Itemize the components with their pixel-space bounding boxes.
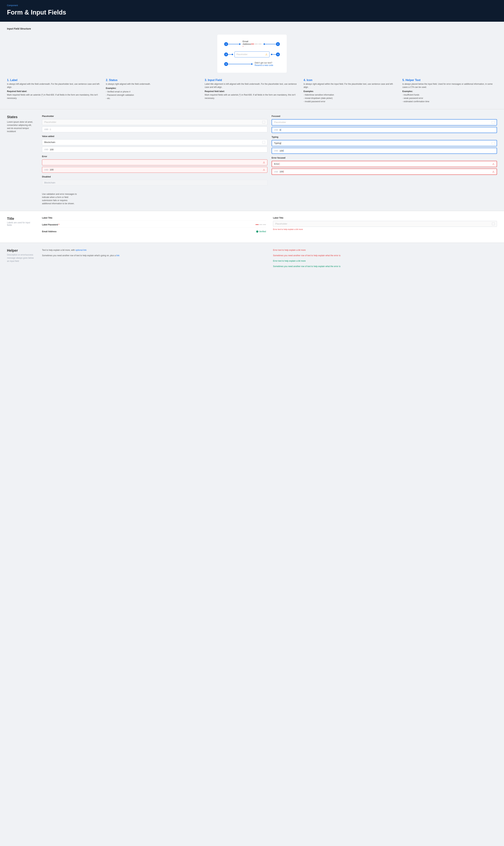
error-focused-val: Error (274, 163, 280, 165)
info-card-label: 1. Label is always left-aligned with the… (7, 78, 102, 104)
disabled-input: Blockchain (42, 180, 267, 185)
usd-error-input[interactable]: USD 100 ⚠ (42, 167, 267, 173)
typing-usd-val: 100 (280, 149, 284, 152)
usd-error-focused-input[interactable]: USD 100 ⚠ (272, 168, 497, 175)
card-3-desc: Label title alignment is left-aligned wi… (205, 83, 300, 89)
dash-gray-1 (255, 44, 258, 44)
card-3-bold-label: Required field label: (205, 90, 300, 93)
dash-gray-2 (258, 44, 262, 44)
helper-col-left: Text to help explain a bit more, with op… (42, 249, 266, 270)
right-col-input[interactable]: Placeholder (273, 221, 497, 227)
blockchain-value: Blockchain (44, 141, 55, 144)
resend-link[interactable]: Resend a new code (255, 64, 273, 67)
breadcrumb: Component (7, 4, 497, 7)
card-5-desc: is always placed below the input field. … (402, 83, 497, 89)
states-left: States Lorem ipsum dolor sit amet, conse… (7, 115, 35, 205)
email-address-text: Email Address (42, 230, 56, 233)
card-5-number: 5. Helper Text (402, 78, 497, 82)
error-label: Error (42, 155, 267, 158)
password-status-dashes (255, 224, 266, 225)
error-focused-label: Error focused (272, 157, 497, 159)
helper-green-2: Sometimes you need another row of text t… (273, 265, 497, 268)
helper-link-2[interactable]: link (116, 254, 120, 257)
helper-col-right: Error text to help explain a bit more So… (273, 249, 497, 270)
focused-input[interactable]: Placeholder (272, 119, 497, 125)
pass-dash-gray-1 (259, 224, 262, 225)
helper-link-1[interactable]: optional link (75, 249, 87, 251)
card-1-bold-label: Required field label: (7, 90, 102, 93)
dot-4 (271, 54, 272, 55)
card-5-examples-label: Examples: (402, 90, 497, 93)
usd-label-3: USD (44, 169, 48, 171)
label-title-row: Label Title (42, 217, 266, 221)
states-layout: States Lorem ipsum dolor sit amet, conse… (7, 115, 497, 205)
email-asterisk: * (242, 45, 244, 48)
error-icon-2: ⚠ (263, 168, 265, 171)
line-2 (265, 44, 276, 44)
circle-1: 1 (224, 42, 228, 46)
circle-5: 5 (224, 62, 228, 66)
helper-error-2: Sometimes you need another row of text t… (273, 254, 497, 257)
card-1-number: 1. Label (7, 78, 102, 82)
usd-typing-input[interactable]: USD 100 (272, 148, 497, 154)
typing-label: Typing (272, 136, 497, 138)
usd-label-6: USD (274, 170, 278, 173)
page-title: Form & Input Fields (7, 9, 497, 16)
error-icon-1: ⚠ (263, 161, 265, 164)
diagram-row-2: 3 Placeholder ⚠ 4 (224, 52, 280, 57)
structure-section-label: Input Field Structure (7, 27, 497, 30)
verified-text: Verified (259, 230, 266, 233)
card-4-examples: - hide/show sensitive information - reve… (303, 93, 398, 104)
error-focused-usd-val: 100 (280, 170, 284, 173)
placeholder-text: Placeholder (44, 121, 56, 123)
error-icon-4: ⚠ (492, 170, 494, 173)
usd-label-1: USD (44, 128, 48, 130)
helper-text-demo: Didn't get our text? Resend a new code (253, 61, 280, 67)
helper-error-1: Error text to help explain a bit more (273, 249, 497, 252)
card-2-examples: - Verified email or phone # - Password s… (106, 90, 201, 100)
card-4-number: 4. Icon (303, 78, 398, 82)
states-right: Placeholder Placeholder USD 0 Value adde… (42, 115, 497, 205)
typing-value: Typing (274, 142, 281, 144)
usd-focused-input[interactable]: USD 0 (272, 127, 497, 133)
info-card-helper: 5. Helper Text is always placed below th… (402, 78, 497, 104)
circle-2: 2 (276, 42, 280, 46)
info-card-icon: 4. Icon is always right-aligned within t… (303, 78, 398, 104)
helper-text-2: Sometimes you need another row of text t… (42, 254, 266, 257)
card-1-bold-text: Mark required fields with an asterisk (*… (7, 93, 102, 100)
line-4 (272, 54, 276, 55)
states-title: States (7, 115, 35, 119)
checkbox-icon-4 (492, 142, 494, 145)
helper-sub: Description or error/success message alw… (7, 253, 35, 263)
pass-dash-gray-2 (263, 224, 266, 225)
helper-title: Helper (7, 249, 35, 253)
dot-2 (264, 43, 265, 45)
password-asterisk: * (59, 223, 59, 226)
usd-value-input[interactable]: USD 100 (42, 147, 267, 152)
label-password-text: Label Password * (42, 223, 59, 226)
demo-input[interactable]: Placeholder ⚠ (234, 52, 270, 57)
usd-label-2: USD (44, 148, 48, 150)
title-section: Title Labels are used for input fields L… (0, 211, 504, 242)
blockchain-input[interactable]: Blockchain (42, 139, 267, 145)
placeholder-label: Placeholder (42, 115, 267, 118)
line-1 (228, 44, 239, 44)
email-address-row: Email Address ✓ Verified (42, 230, 266, 234)
dot-3 (232, 54, 233, 55)
label-password-row: Label Password * (42, 223, 266, 228)
verified-dot: ✓ (256, 231, 258, 233)
info-card-input: 3. Input Field Label title alignment is … (205, 78, 300, 104)
card-1-desc: is always left-aligned with the field un… (7, 83, 102, 89)
typing-input[interactable]: Typing (272, 140, 497, 146)
error-focused-input[interactable]: Error ⚠ (272, 161, 497, 167)
usd-placeholder-input[interactable]: USD 0 (42, 127, 267, 132)
card-3-number: 3. Input Field (205, 78, 300, 82)
states-columns: Placeholder Placeholder USD 0 Value adde… (42, 115, 497, 187)
disabled-value: Blockchain (44, 181, 55, 184)
focused-label: Focused (272, 115, 497, 118)
placeholder-input[interactable]: Placeholder (42, 119, 267, 125)
states-desc: Lorem ipsum dolor sit amet, consectetur … (7, 121, 35, 133)
card-2-examples-label: Examples: (106, 87, 201, 89)
error-input[interactable]: ⚠ (42, 159, 267, 165)
warning-icon: ⚠ (265, 53, 268, 56)
